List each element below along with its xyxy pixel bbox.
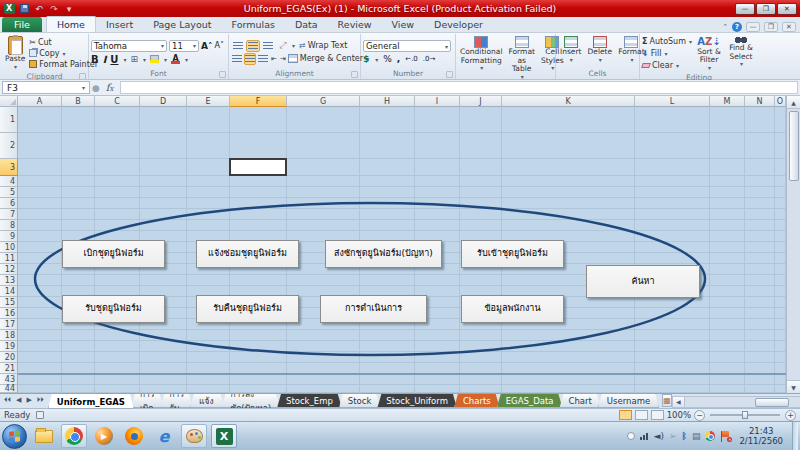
tray-device-icon[interactable]: ▤: [692, 431, 701, 441]
align-right-button[interactable]: [257, 53, 269, 65]
grow-font-button[interactable]: A˄: [201, 41, 212, 51]
normal-view-button[interactable]: [619, 410, 632, 420]
clear-button[interactable]: Clear▾: [642, 60, 692, 72]
zoom-slider[interactable]: [710, 414, 780, 416]
redo-button[interactable]: ↷: [48, 3, 60, 15]
center-button[interactable]: [244, 53, 256, 65]
bottom-align-button[interactable]: [261, 40, 275, 52]
scroll-down-icon[interactable]: ▼: [787, 380, 800, 393]
tray-chrome-icon[interactable]: [705, 431, 715, 441]
decrease-indent-button[interactable]: ⇤: [270, 53, 278, 65]
taskbar-paint-button[interactable]: [181, 424, 207, 448]
sheet-tab-การแจ้งซ่อม[interactable]: การแจ้งซ่อม: [190, 394, 224, 408]
minimize-button[interactable]: —: [735, 3, 755, 15]
taskbar-ie-button[interactable]: e: [151, 424, 177, 448]
workbook-minimize-button[interactable]: —: [746, 22, 760, 32]
italic-button[interactable]: I: [103, 54, 107, 65]
shrink-font-button[interactable]: A˅: [214, 41, 223, 50]
excel-app-icon[interactable]: X: [4, 3, 15, 14]
merge-center-button[interactable]: Merge & Center▾: [288, 53, 369, 64]
receive-in-uniform-button[interactable]: รับเข้าชุดยูนิฟอร์ม: [461, 240, 564, 268]
zoom-out-button[interactable]: −: [694, 410, 705, 421]
tray-status-icon[interactable]: [627, 432, 635, 440]
bold-button[interactable]: B: [91, 54, 99, 65]
top-align-button[interactable]: [231, 40, 245, 52]
decrease-decimal-button[interactable]: .0→: [423, 55, 436, 63]
operations-button[interactable]: การดำเนินการ: [320, 295, 427, 323]
fill-color-button[interactable]: [150, 55, 159, 63]
last-sheet-button[interactable]: ⏵⏵: [35, 395, 46, 405]
sheet-tab-การรับ[interactable]: การรับ: [160, 394, 193, 408]
fill-button[interactable]: ⬇Fill▾: [642, 48, 692, 60]
borders-button[interactable]: ⊞: [131, 54, 139, 64]
sheet-tab-stock[interactable]: Stock: [339, 394, 381, 408]
alignment-dialog-launcher[interactable]: [351, 71, 358, 78]
number-dialog-launcher[interactable]: [446, 71, 453, 78]
sheet-tab-chart[interactable]: Chart: [559, 394, 600, 408]
taskbar-excel-button[interactable]: X: [211, 424, 237, 448]
ribbon-tab-developer[interactable]: Developer: [424, 17, 493, 32]
delete-cells-button[interactable]: Delete▾: [586, 35, 615, 69]
percent-style-button[interactable]: %: [383, 54, 392, 64]
horizontal-scroll-thumb[interactable]: [755, 398, 789, 407]
vertical-scroll-thumb[interactable]: [789, 111, 799, 181]
copy-button[interactable]: Copy▾: [29, 48, 98, 59]
font-dialog-launcher[interactable]: [219, 71, 226, 78]
search-button[interactable]: ค้นหา: [586, 265, 700, 298]
sheet-tab-การเบิก[interactable]: การเบิก: [131, 394, 164, 408]
clipboard-dialog-launcher[interactable]: [79, 73, 86, 80]
taskbar-chrome-button[interactable]: [61, 424, 87, 448]
vertical-scrollbar[interactable]: ▲ ▼: [786, 96, 800, 393]
collapse-ribbon-icon[interactable]: ⌃: [722, 23, 728, 31]
format-as-table-button[interactable]: Format as Table▾: [506, 35, 536, 82]
receive-return-uniform-button[interactable]: รับคืนชุดยูนิฟอร์ม: [196, 295, 299, 323]
orientation-button[interactable]: ⤢: [276, 40, 290, 52]
restore-button[interactable]: ❐: [756, 3, 776, 15]
ribbon-tab-data[interactable]: Data: [285, 17, 328, 32]
start-button[interactable]: [2, 424, 27, 449]
scroll-up-icon[interactable]: ▲: [787, 96, 800, 109]
ribbon-tab-home[interactable]: Home: [46, 16, 96, 32]
page-layout-view-button[interactable]: [635, 410, 648, 420]
font-color-button[interactable]: A: [171, 55, 180, 64]
taskbar-media-player-button[interactable]: ▶: [91, 424, 117, 448]
action-center-flag-icon[interactable]: ✕: [720, 431, 730, 442]
sheet-tab-การส่งซัก-ปัญหา-[interactable]: การส่งซัก(ปัญหา): [221, 394, 280, 408]
scroll-left-icon[interactable]: ◀: [672, 396, 685, 408]
conditional-formatting-button[interactable]: Conditional Formatting▾: [458, 35, 504, 82]
increase-indent-button[interactable]: ⇥: [279, 53, 287, 65]
zoom-level[interactable]: 100%: [667, 410, 691, 420]
zoom-slider-thumb[interactable]: [742, 411, 748, 419]
name-box[interactable]: F3▾: [2, 81, 90, 94]
ribbon-tab-page-layout[interactable]: Page Layout: [143, 17, 221, 32]
report-repair-uniform-button[interactable]: แจ้งซ่อมชุดยูนิฟอร์ม: [196, 240, 299, 268]
ribbon-tab-view[interactable]: View: [382, 17, 425, 32]
tray-arrow-icon[interactable]: ➢: [669, 431, 677, 441]
comma-style-button[interactable]: ,: [397, 54, 400, 64]
sheet-tab-username[interactable]: Username: [598, 394, 659, 408]
number-format-combo[interactable]: General▾: [363, 40, 451, 52]
network-icon[interactable]: [640, 433, 649, 440]
withdraw-uniform-button[interactable]: เบิกชุดยูนิฟอร์ม: [62, 240, 165, 268]
insert-worksheet-button[interactable]: ▦: [662, 394, 672, 407]
ribbon-tab-review[interactable]: Review: [328, 17, 382, 32]
sheet-tab-uniform-egas[interactable]: Uniform_EGAS: [48, 394, 134, 409]
workbook-close-button[interactable]: ✕: [782, 22, 796, 32]
ribbon-tab-file[interactable]: File: [2, 17, 42, 32]
cut-button[interactable]: ✂Cut: [29, 37, 98, 48]
accounting-format-button[interactable]: $: [363, 54, 369, 64]
wrap-text-button[interactable]: ⇄Wrap Text: [299, 40, 347, 51]
sheet-tab-egas-data[interactable]: EGAS_Data: [497, 394, 563, 408]
workbook-restore-button[interactable]: ❐: [764, 22, 778, 32]
bluetooth-icon[interactable]: ᛒ: [681, 431, 686, 441]
align-left-button[interactable]: [231, 53, 243, 65]
sheet-tab-charts[interactable]: Charts: [454, 394, 500, 408]
undo-button[interactable]: ↶: [33, 3, 45, 15]
receive-uniform-button[interactable]: รับชุดยูนิฟอร์ม: [62, 295, 165, 323]
close-button[interactable]: ✕: [777, 3, 797, 15]
next-sheet-button[interactable]: ▶: [24, 395, 33, 405]
taskbar-explorer-button[interactable]: [31, 424, 57, 448]
underline-button[interactable]: U: [110, 54, 118, 65]
autosum-button[interactable]: ΣAutoSum▾: [642, 36, 692, 48]
font-size-combo[interactable]: 11▾: [169, 40, 199, 52]
